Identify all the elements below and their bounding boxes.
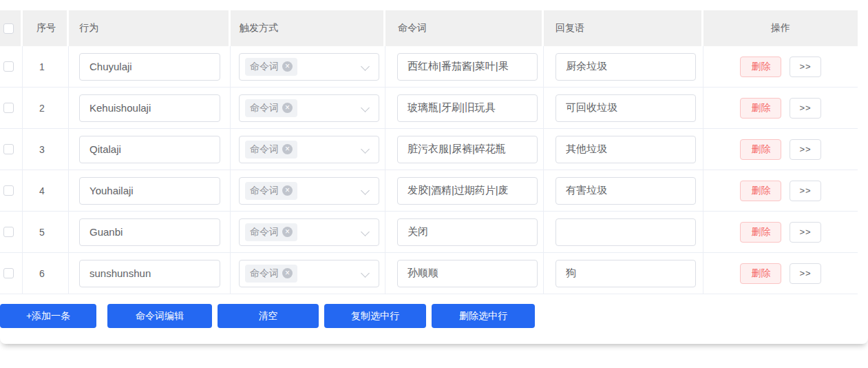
delete-row-button[interactable]: 删除 — [740, 181, 781, 201]
delete-row-button[interactable]: 删除 — [740, 57, 781, 77]
row-index: 2 — [36, 103, 45, 114]
trigger-tag-label: 命令词 — [250, 267, 279, 280]
reply-input[interactable] — [555, 218, 696, 246]
header-behavior: 行为 — [69, 10, 231, 46]
header-actions: 操作 — [703, 10, 858, 46]
header-trigger: 触发方式 — [231, 10, 385, 46]
trigger-tag: 命令词 × — [245, 58, 297, 76]
command-input[interactable] — [397, 177, 538, 205]
reply-input[interactable] — [555, 136, 696, 163]
tag-close-icon[interactable]: × — [282, 227, 293, 237]
table-row: 5 命令词 × 删除 >> — [0, 212, 858, 253]
trigger-tag: 命令词 × — [245, 141, 297, 159]
row-checkbox[interactable] — [3, 61, 14, 72]
reply-input[interactable] — [555, 94, 696, 122]
row-checkbox[interactable] — [3, 185, 14, 196]
header-checkbox-cell — [0, 10, 23, 46]
trigger-select[interactable]: 命令词 × — [239, 136, 379, 163]
trigger-select[interactable]: 命令词 × — [239, 177, 379, 205]
row-index: 4 — [36, 185, 45, 196]
expand-row-button[interactable]: >> — [790, 263, 821, 284]
header-index: 序号 — [23, 10, 69, 46]
row-checkbox[interactable] — [3, 103, 14, 113]
trigger-tag: 命令词 × — [245, 265, 297, 283]
toolbar: +添加一条 命令词编辑 清空 复制选中行 删除选中行 — [0, 304, 868, 328]
commands-panel: 序号 行为 触发方式 命令词 回复语 操作 1 命令词 × — [0, 0, 868, 344]
behavior-input[interactable] — [79, 177, 220, 205]
chevron-down-icon — [361, 269, 370, 278]
delete-row-button[interactable]: 删除 — [740, 222, 781, 243]
trigger-select[interactable]: 命令词 × — [239, 94, 379, 122]
row-checkbox[interactable] — [3, 227, 14, 237]
chevron-down-icon — [361, 145, 370, 154]
row-index: 6 — [36, 268, 45, 279]
trigger-tag-label: 命令词 — [250, 226, 279, 238]
row-index: 5 — [36, 227, 45, 238]
trigger-tag-label: 命令词 — [250, 143, 279, 156]
behavior-input[interactable] — [79, 94, 220, 122]
expand-row-button[interactable]: >> — [790, 181, 821, 201]
delete-row-button[interactable]: 删除 — [740, 263, 781, 284]
table-row: 2 命令词 × 删除 >> — [0, 88, 858, 129]
expand-row-button[interactable]: >> — [790, 57, 821, 77]
command-input[interactable] — [397, 136, 538, 163]
chevron-down-icon — [361, 186, 370, 195]
row-checkbox[interactable] — [3, 144, 14, 154]
trigger-tag: 命令词 × — [245, 99, 297, 117]
table-row: 3 命令词 × 删除 >> — [0, 129, 858, 170]
commands-table: 序号 行为 触发方式 命令词 回复语 操作 1 命令词 × — [0, 10, 858, 294]
behavior-input[interactable] — [79, 260, 220, 287]
behavior-input[interactable] — [79, 136, 220, 163]
row-checkbox[interactable] — [3, 268, 14, 278]
tag-close-icon[interactable]: × — [282, 268, 293, 278]
clear-button[interactable]: 清空 — [218, 304, 319, 328]
reply-input[interactable] — [555, 177, 696, 205]
select-all-checkbox[interactable] — [3, 23, 14, 34]
tag-close-icon[interactable]: × — [282, 61, 293, 72]
copy-selected-button[interactable]: 复制选中行 — [324, 304, 426, 328]
chevron-down-icon — [361, 227, 370, 236]
tag-close-icon[interactable]: × — [282, 185, 293, 196]
chevron-down-icon — [361, 103, 370, 112]
table-row: 4 命令词 × 删除 >> — [0, 170, 858, 212]
tag-close-icon[interactable]: × — [282, 103, 293, 113]
expand-row-button[interactable]: >> — [790, 139, 821, 160]
trigger-tag-label: 命令词 — [250, 61, 279, 73]
expand-row-button[interactable]: >> — [790, 98, 821, 119]
trigger-select[interactable]: 命令词 × — [239, 218, 379, 246]
row-index: 3 — [36, 144, 45, 155]
reply-input[interactable] — [555, 53, 696, 81]
trigger-select[interactable]: 命令词 × — [239, 260, 379, 287]
command-input[interactable] — [397, 218, 538, 246]
trigger-tag: 命令词 × — [245, 223, 297, 241]
delete-row-button[interactable]: 删除 — [740, 98, 781, 119]
tag-close-icon[interactable]: × — [282, 144, 293, 154]
table-row: 1 命令词 × 删除 >> — [0, 46, 858, 88]
command-input[interactable] — [397, 260, 538, 287]
header-reply: 回复语 — [544, 10, 703, 46]
command-input[interactable] — [397, 94, 538, 122]
behavior-input[interactable] — [79, 53, 220, 81]
trigger-tag-label: 命令词 — [250, 102, 279, 114]
chevron-down-icon — [361, 62, 370, 71]
reply-input[interactable] — [555, 260, 696, 287]
expand-row-button[interactable]: >> — [790, 222, 821, 243]
trigger-select[interactable]: 命令词 × — [239, 53, 379, 81]
table-row: 6 命令词 × 删除 >> — [0, 253, 858, 294]
header-command: 命令词 — [385, 10, 544, 46]
edit-commands-button[interactable]: 命令词编辑 — [107, 304, 212, 328]
command-input[interactable] — [397, 53, 538, 81]
row-index: 1 — [36, 61, 45, 72]
add-row-button[interactable]: +添加一条 — [0, 304, 96, 328]
delete-row-button[interactable]: 删除 — [740, 139, 781, 160]
delete-selected-button[interactable]: 删除选中行 — [432, 304, 535, 328]
behavior-input[interactable] — [79, 218, 220, 246]
trigger-tag: 命令词 × — [245, 182, 297, 200]
trigger-tag-label: 命令词 — [250, 185, 279, 197]
table-header-row: 序号 行为 触发方式 命令词 回复语 操作 — [0, 10, 858, 46]
